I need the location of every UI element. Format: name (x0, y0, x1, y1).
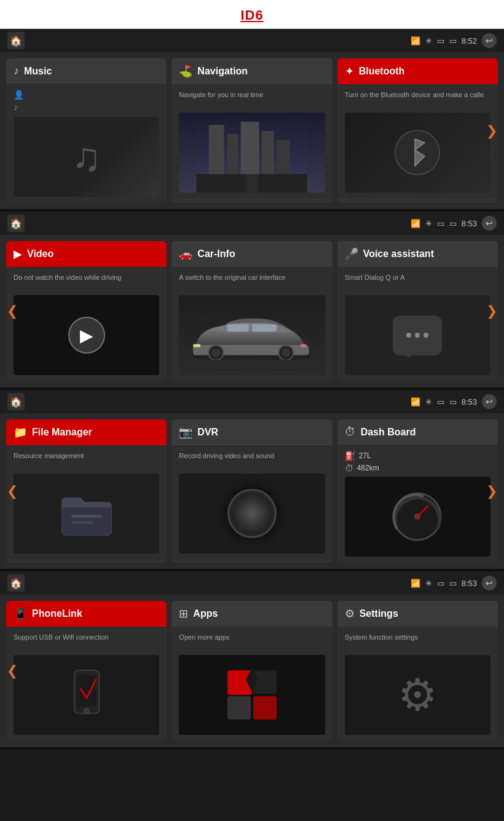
card-navigation[interactable]: ⛳ Navigation Navigate for you in real ti… (171, 58, 332, 203)
bluetooth-header: ✦ Bluetooth (337, 58, 498, 84)
home-button-2[interactable]: 🏠 (7, 215, 25, 232)
section-4: 🏠 📶 ✳ ▭ ▭ 8:53 ↩ ❮ 📱 PhoneLink Support U… (0, 571, 504, 750)
svg-rect-18 (71, 515, 102, 518)
card-bluetooth[interactable]: ✦ Bluetooth Turn on the Bluetooth device… (337, 58, 498, 203)
back-button-1[interactable]: ↩ (482, 33, 497, 48)
settings-thumb: ⚙ (345, 655, 490, 735)
status-bar-2: 🏠 📶 ✳ ▭ ▭ 8:53 ↩ (0, 212, 504, 235)
music-icon: ♪ (14, 65, 19, 77)
wifi-icon-4: 📶 (411, 579, 420, 588)
left-arrow-2[interactable]: ❮ (4, 303, 21, 320)
card-filemanager[interactable]: 📁 File Manager Resource management (6, 419, 167, 563)
music-thumb: ♫ (14, 117, 159, 197)
navigation-header: ⛳ Navigation (171, 58, 332, 84)
person-icon: 👤 (14, 90, 159, 100)
car-svg (190, 311, 314, 360)
back-button-2[interactable]: ↩ (482, 216, 497, 231)
phone-thumb (14, 655, 159, 735)
play-circle: ▶ (68, 317, 105, 354)
section-1: 🏠 📶 ✳ ▭ ▭ 8:52 ↩ ♪ Music 👤 ♪ ♫ (0, 29, 504, 212)
phonelink-header: 📱 PhoneLink (6, 601, 167, 627)
bluetooth-desc: Turn on the Bluetooth device and make a … (345, 90, 490, 108)
card-dashboard[interactable]: ⏱ Dash Board ⛽ 27L ⏱ 482km (337, 419, 498, 563)
left-arrow-4[interactable]: ❮ (4, 662, 21, 680)
battery-icon-3: ▭ (437, 397, 444, 407)
settings-icon: ⚙ (345, 607, 355, 621)
navigation-title: Navigation (197, 66, 248, 77)
filemanager-header: 📁 File Manager (6, 419, 167, 445)
app-title: ID6 (0, 7, 504, 23)
navigation-thumb (179, 113, 325, 192)
gear-big-icon: ⚙ (398, 669, 438, 721)
home-button-3[interactable]: 🏠 (7, 393, 25, 410)
home-button-1[interactable]: 🏠 (7, 32, 25, 49)
fuel-row: ⛽ 27L (345, 451, 490, 461)
music-title: Music (24, 66, 52, 77)
right-arrow-2[interactable]: ❯ (483, 303, 500, 320)
dvr-body: Record driving video and sound (171, 445, 332, 560)
svg-rect-17 (301, 344, 307, 347)
card-dvr[interactable]: 📷 DVR Record driving video and sound (171, 419, 332, 563)
car-thumb (179, 295, 325, 375)
navigation-desc: Navigate for you in real time (179, 90, 325, 108)
bluetooth-header-icon: ✦ (345, 65, 354, 78)
car-icon: 🚗 (179, 247, 192, 261)
right-arrow-3[interactable]: ❯ (483, 483, 500, 500)
screen-icon-3: ▭ (449, 397, 457, 407)
phonelink-title: PhoneLink (32, 608, 82, 619)
svg-rect-30 (253, 696, 277, 720)
back-button-4[interactable]: ↩ (482, 576, 497, 590)
bluetooth-thumb (345, 113, 490, 192)
card-apps[interactable]: ⊞ Apps Open more apps (171, 601, 332, 741)
card-phonelink[interactable]: 📱 PhoneLink Support USB or Wifi connecti… (6, 601, 167, 741)
dot-2 (415, 333, 420, 338)
microphone-icon: 🎤 (345, 247, 358, 261)
settings-title: Settings (360, 608, 398, 619)
home-button-4[interactable]: 🏠 (7, 574, 25, 592)
battery-icon-2: ▭ (437, 219, 444, 228)
settings-header: ⚙ Settings (337, 601, 498, 627)
big-note-icon: ♫ (72, 134, 101, 180)
nav-svg (179, 113, 325, 192)
dvr-title: DVR (197, 427, 218, 438)
navigation-icon: ⛳ (179, 65, 192, 78)
dash-info: ⛽ 27L ⏱ 482km (345, 451, 490, 473)
cards-row-3: ❮ 📁 File Manager Resource management (0, 413, 504, 569)
settings-body: System function settings ⚙ (337, 627, 498, 741)
bluetooth-svg (393, 128, 442, 177)
phonelink-desc: Support USB or Wifi connection (14, 633, 159, 650)
video-header: ▶ Video (6, 241, 167, 267)
cards-row-4: ❮ 📱 PhoneLink Support USB or Wifi connec… (0, 595, 504, 747)
video-title: Video (27, 248, 53, 260)
voice-header: 🎤 Voice assistant (337, 241, 498, 267)
card-music[interactable]: ♪ Music 👤 ♪ ♫ (6, 58, 167, 203)
folder-svg (59, 489, 114, 538)
carinfo-body: A switch to the original car interface (171, 267, 332, 381)
phonelink-svg (62, 664, 111, 726)
back-button-3[interactable]: ↩ (482, 394, 497, 409)
navigation-body: Navigate for you in real time (171, 84, 332, 199)
apps-title: Apps (193, 608, 218, 619)
fuel-value: 27L (359, 451, 371, 460)
status-bar-3: 🏠 📶 ✳ ▭ ▭ 8:53 ↩ (0, 390, 504, 413)
svg-rect-7 (246, 174, 258, 192)
card-video[interactable]: ▶ Video Do not watch the video while dri… (6, 241, 167, 381)
dot-1 (406, 333, 411, 338)
right-arrow-1[interactable]: ❯ (483, 122, 500, 140)
dashboard-body: ⛽ 27L ⏱ 482km (337, 445, 498, 563)
cards-row-2: ❮ ▶ Video Do not watch the video while d… (0, 235, 504, 387)
card-voice[interactable]: 🎤 Voice assistant Smart Dialog Q or A (337, 241, 498, 381)
dashboard-title: Dash Board (361, 427, 416, 438)
screen-icon-2: ▭ (449, 219, 457, 228)
carinfo-desc: A switch to the original car interface (179, 273, 325, 290)
left-arrow-3[interactable]: ❮ (4, 483, 21, 500)
time-2: 8:53 (462, 219, 477, 228)
speedometer-svg (390, 489, 445, 544)
card-settings[interactable]: ⚙ Settings System function settings ⚙ (337, 601, 498, 741)
card-carinfo[interactable]: 🚗 Car-Info A switch to the original car … (171, 241, 332, 381)
svg-rect-19 (71, 521, 93, 524)
time-3: 8:53 (462, 397, 477, 407)
wifi-icon-2: 📶 (411, 219, 420, 228)
svg-rect-1 (209, 125, 224, 174)
screen-icon-1: ▭ (449, 36, 457, 46)
